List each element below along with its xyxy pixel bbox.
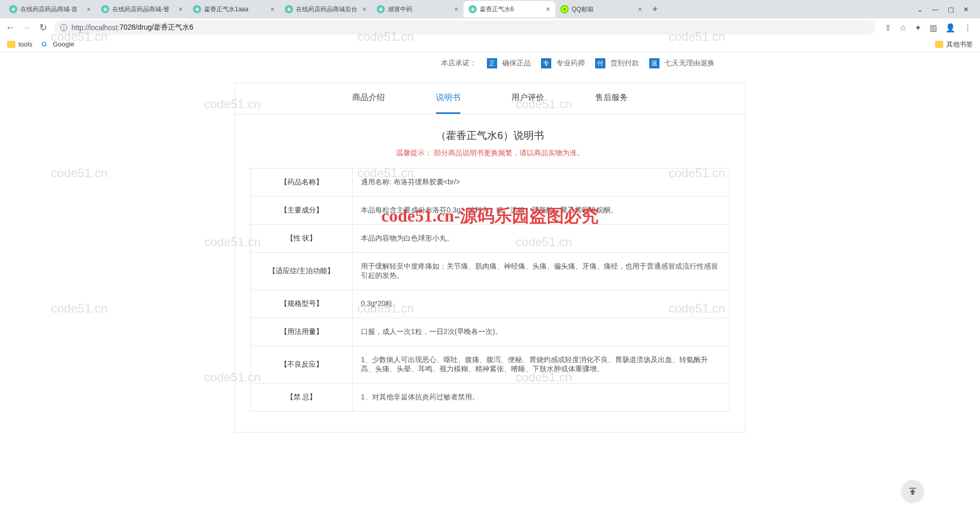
spec-val: 0.3g*20粒 xyxy=(353,290,730,318)
tab-intro[interactable]: 商品介绍 xyxy=(352,83,385,114)
spec-key: 【主要成分】 xyxy=(251,197,353,225)
spec-val: 用于缓解轻至中度疼痛如：关节痛、肌肉痛、神经痛、头痛、偏头痛、牙痛、痛经，也用于… xyxy=(353,253,730,290)
promise-text: 七天无理由退换 xyxy=(665,59,715,68)
tab-title: 在线药店药品商城-登 xyxy=(112,5,176,14)
tab-title: 在线药店药品商城后台 xyxy=(296,5,359,14)
window-close-button[interactable]: ✕ xyxy=(963,6,969,13)
spec-key: 【药品名称】 xyxy=(251,169,353,197)
favicon-icon: ✚ xyxy=(469,5,477,13)
minimize-button[interactable]: — xyxy=(932,6,939,13)
tab-aftersale[interactable]: 售后服务 xyxy=(595,83,628,114)
bookmark-label: Google xyxy=(53,40,74,48)
url-input[interactable]: i http://localhost:7028/drug/藿香正气水6 xyxy=(54,20,875,35)
sidepanel-icon[interactable]: ▥ xyxy=(929,23,937,33)
bookmark-star-icon[interactable]: ☆ xyxy=(899,23,906,33)
spec-val: 1、少数病人可出现恶心、呕吐、腹痛、腹泻、便秘、胃烧灼感或轻度消化不良、胃肠道溃… xyxy=(353,346,730,384)
tab-dropdown-icon[interactable]: ⌄ xyxy=(917,6,923,13)
instructions-title: （藿香正气水6）说明书 xyxy=(235,114,745,149)
table-row: 【主要成分】本品每粒含主要成份布洛芬0.3g。辅料为：糖、淀粉、硬脂酸、聚乙烯吡… xyxy=(251,197,730,225)
favicon-icon: ✚ xyxy=(377,5,385,13)
url-host: http://localhost: xyxy=(71,23,119,32)
maximize-button[interactable]: ▢ xyxy=(948,6,954,13)
tab-title: 藿香正气水6 xyxy=(480,5,543,14)
spec-key: 【适应症/主治功能】 xyxy=(251,253,353,290)
promise-text: 确保正品 xyxy=(502,59,531,68)
promise-badge: 退 xyxy=(649,58,659,68)
extensions-icon[interactable]: ✦ xyxy=(915,23,921,33)
profile-icon[interactable]: 👤 xyxy=(945,23,955,33)
favicon-icon: ✚ xyxy=(285,5,293,13)
table-row: 【性 状】本品内容物为白色球形小丸。 xyxy=(251,225,730,253)
address-bar: ← → ↻ i http://localhost:7028/drug/藿香正气水… xyxy=(0,18,980,37)
tab-title: 感冒中药 xyxy=(388,5,451,14)
spec-val: 本品每粒含主要成份布洛芬0.3g。辅料为：糖、淀粉、硬脂酸、聚乙烯吡咯烷酮。 xyxy=(353,197,730,225)
browser-tab-active[interactable]: ✚藿香正气水6× xyxy=(463,1,555,17)
tab-title: 在线药店药品商城-首 xyxy=(20,5,84,14)
tab-reviews[interactable]: 用户评价 xyxy=(511,83,544,114)
close-icon[interactable]: × xyxy=(271,5,275,13)
tab-instructions[interactable]: 说明书 xyxy=(436,83,460,114)
close-icon[interactable]: × xyxy=(638,5,642,13)
close-icon[interactable]: × xyxy=(362,5,366,13)
table-row: 【规格型号】0.3g*20粒 xyxy=(251,290,730,318)
browser-tab[interactable]: ✚在线药店药品商城后台× xyxy=(280,1,372,17)
browser-tab[interactable]: ✚藿香正气水1aaa× xyxy=(188,1,280,17)
promise-text: 货到付款 xyxy=(610,59,639,68)
page-viewport[interactable]: 本店承诺： 正确保正品 专专业药师 付货到付款 退七天无理由退换 商品介绍 说明… xyxy=(0,52,980,526)
browser-tab[interactable]: ✚在线药店药品商城-登× xyxy=(96,1,188,17)
content-box: 商品介绍 说明书 用户评价 售后服务 （藿香正气水6）说明书 温馨提示： 部分商… xyxy=(235,83,745,433)
promise-badge: 专 xyxy=(541,58,551,68)
spec-val: 通用名称: 布洛芬缓释胶囊<br/> xyxy=(353,169,730,197)
menu-icon[interactable]: ⋮ xyxy=(964,23,972,33)
browser-tab[interactable]: QQ邮箱× xyxy=(555,1,647,17)
bookmark-google[interactable]: GGoogle xyxy=(41,40,74,49)
forward-button[interactable]: → xyxy=(21,22,32,33)
content-tabs: 商品介绍 说明书 用户评价 售后服务 xyxy=(235,83,745,114)
folder-icon xyxy=(7,41,15,48)
table-row: 【用法用量】口服，成人一次1粒，一日2次(早晚各一次)。 xyxy=(251,318,730,346)
close-icon[interactable]: × xyxy=(454,5,458,13)
promise-text: 专业药师 xyxy=(556,59,585,68)
back-button[interactable]: ← xyxy=(5,22,15,33)
table-row: 【不良反应】1、少数病人可出现恶心、呕吐、腹痛、腹泻、便秘、胃烧灼感或轻度消化不… xyxy=(251,346,730,384)
bookmark-others[interactable]: 其他书签 xyxy=(935,40,973,49)
tab-strip: ✚在线药店药品商城-首× ✚在线药店药品商城-登× ✚藿香正气水1aaa× ✚在… xyxy=(0,0,980,18)
back-to-top-button[interactable] xyxy=(901,480,924,503)
folder-icon xyxy=(935,41,943,48)
browser-tab[interactable]: ✚感冒中药× xyxy=(372,1,463,17)
browser-chrome: ✚在线药店药品商城-首× ✚在线药店药品商城-登× ✚藿香正气水1aaa× ✚在… xyxy=(0,0,980,52)
reload-button[interactable]: ↻ xyxy=(38,22,48,33)
spec-val: 本品内容物为白色球形小丸。 xyxy=(353,225,730,253)
close-icon[interactable]: × xyxy=(87,5,91,13)
tips-text: 温馨提示： 部分商品说明书更换频繁，请以商品实物为准。 xyxy=(235,149,745,168)
store-promise-row: 本店承诺： 正确保正品 专专业药师 付货到付款 退七天无理由退换 xyxy=(235,52,745,78)
arrow-up-icon xyxy=(908,486,918,496)
close-icon[interactable]: × xyxy=(546,5,550,13)
promise-badge: 付 xyxy=(595,58,605,68)
favicon-icon: ✚ xyxy=(101,5,109,13)
browser-tab[interactable]: ✚在线药店药品商城-首× xyxy=(4,1,96,17)
spec-key: 【禁 忌】 xyxy=(251,384,353,412)
page-content: 本店承诺： 正确保正品 专专业药师 付货到付款 退七天无理由退换 商品介绍 说明… xyxy=(235,52,745,433)
site-info-icon[interactable]: i xyxy=(60,24,67,31)
spec-key: 【用法用量】 xyxy=(251,318,353,346)
spec-key: 【不良反应】 xyxy=(251,346,353,384)
favicon-icon xyxy=(560,5,569,13)
bookmarks-bar: tools GGoogle 其他书签 xyxy=(0,37,980,52)
spec-val: 1、对其他非甾体抗炎药过敏者禁用。 xyxy=(353,384,730,412)
favicon-icon: ✚ xyxy=(9,5,17,13)
share-icon[interactable]: ⇪ xyxy=(885,23,891,33)
promise-badge: 正 xyxy=(487,58,497,68)
spec-key: 【规格型号】 xyxy=(251,290,353,318)
spec-key: 【性 状】 xyxy=(251,225,353,253)
spec-table: 【药品名称】通用名称: 布洛芬缓释胶囊<br/> 【主要成分】本品每粒含主要成份… xyxy=(250,168,730,412)
close-icon[interactable]: × xyxy=(179,5,183,13)
addr-actions: ⇪ ☆ ✦ ▥ 👤 ⋮ xyxy=(881,23,975,33)
table-row: 【药品名称】通用名称: 布洛芬缓释胶囊<br/> xyxy=(251,169,730,197)
google-icon: G xyxy=(41,40,50,49)
table-row: 【适应症/主治功能】用于缓解轻至中度疼痛如：关节痛、肌肉痛、神经痛、头痛、偏头痛… xyxy=(251,253,730,290)
new-tab-button[interactable]: + xyxy=(647,4,663,15)
bookmark-tools[interactable]: tools xyxy=(7,40,32,48)
promise-label: 本店承诺： xyxy=(441,59,477,68)
tab-title: 藿香正气水1aaa xyxy=(204,5,267,14)
